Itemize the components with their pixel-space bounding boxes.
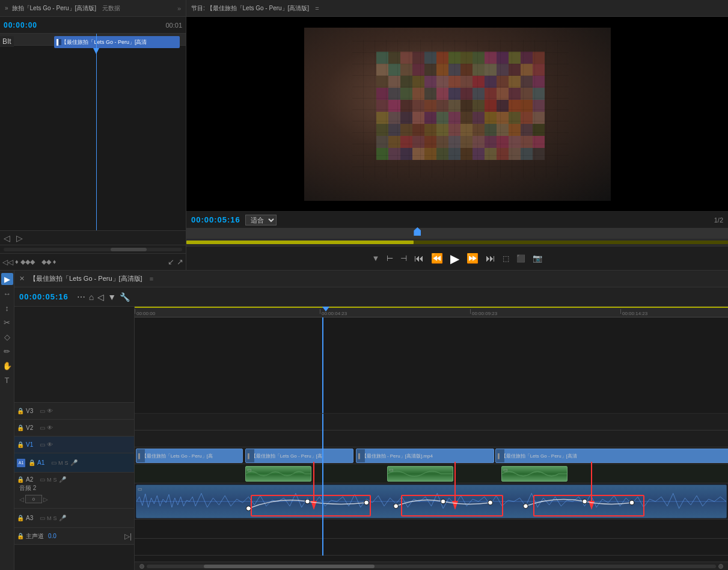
video-clip-1[interactable]: ▌【最佳旅拍「Lets Go - Peru」[高 bbox=[136, 449, 243, 463]
track-a3-mute[interactable]: M bbox=[47, 515, 52, 521]
track-a3-solo[interactable]: S bbox=[54, 515, 57, 521]
track-content-v1[interactable]: ▌【最佳旅拍「Lets Go - Peru」[高 ▌【最佳旅拍「Lets Go … bbox=[135, 447, 728, 464]
audio-clip-a1-2[interactable]: ▭ bbox=[387, 466, 453, 482]
track-v3-lock[interactable]: 🔒 bbox=[17, 408, 24, 414]
track-v3-film[interactable]: ▭ bbox=[40, 408, 45, 414]
source-panel-expand-right[interactable]: » bbox=[177, 5, 181, 12]
program-timeline-bar[interactable] bbox=[186, 239, 728, 246]
transport-lift[interactable]: ⬚ bbox=[503, 254, 509, 263]
src-diamonds3[interactable]: ◆◆ bbox=[41, 258, 51, 266]
vol-a2-increase[interactable]: ▷ bbox=[43, 496, 48, 503]
vol-a2-decrease[interactable]: ◁ bbox=[19, 496, 24, 503]
track-a1-lock[interactable]: 🔒 bbox=[28, 459, 35, 466]
video-clip-2[interactable]: ▌【最佳旅拍「Lets Go - Peru」[高 bbox=[245, 449, 353, 463]
src-in-out[interactable]: ↙ bbox=[168, 257, 174, 266]
transport-step-fwd[interactable]: ⏩ bbox=[466, 253, 479, 264]
time-ruler[interactable]: 00:00:00 00:00:04:23 00:00:09:23 00:00:1… bbox=[135, 307, 728, 317]
tool-pen[interactable]: ✏ bbox=[1, 345, 13, 357]
scrollbar-thumb[interactable] bbox=[204, 565, 375, 568]
source-clip-area[interactable]: ▌ 【最佳旅拍「Lets Go - Peru」[高清 bbox=[0, 34, 186, 230]
ruler-mark-1: 00:00:04:23 bbox=[322, 311, 347, 316]
track-v1-film[interactable]: ▭ bbox=[40, 441, 45, 448]
audio-clip-a1-1[interactable]: ▭ bbox=[245, 466, 311, 482]
transport-play-btn[interactable]: ▶ bbox=[450, 251, 459, 266]
program-scrubber[interactable] bbox=[186, 228, 728, 239]
track-a2-film[interactable]: ▭ bbox=[40, 476, 45, 483]
transport-step-back[interactable]: ⏪ bbox=[431, 253, 443, 264]
track-v1-eye[interactable]: 👁 bbox=[47, 441, 53, 448]
tl-add-marker[interactable]: ◁ bbox=[97, 292, 104, 302]
source-next-btn[interactable]: ▷ bbox=[15, 233, 24, 243]
transport-extract[interactable]: ⬛ bbox=[516, 254, 525, 263]
track-a1-film[interactable]: ▭ bbox=[51, 459, 57, 466]
track-a1-solo[interactable]: S bbox=[65, 460, 69, 466]
src-diamonds2[interactable]: ◆◆◆ bbox=[20, 258, 35, 266]
timeline-scrollbar[interactable] bbox=[135, 562, 728, 570]
src-diamonds4[interactable]: ♦ bbox=[53, 258, 57, 266]
track-v3-eye[interactable]: 👁 bbox=[47, 408, 53, 414]
track-a2-label: A2 bbox=[26, 476, 38, 483]
track-v2-lock[interactable]: 🔒 bbox=[17, 424, 24, 431]
program-menu-btn[interactable]: = bbox=[315, 5, 319, 12]
src-diamond[interactable]: ♦ bbox=[15, 258, 19, 266]
source-time-display: 00:00:00 bbox=[4, 21, 37, 29]
source-clip-bar[interactable]: ▌ 【最佳旅拍「Lets Go - Peru」[高清 bbox=[54, 36, 180, 48]
tool-hand[interactable]: ✋ bbox=[1, 360, 13, 372]
tl-snap-btn[interactable]: ⋯ bbox=[77, 292, 85, 302]
transport-go-start[interactable]: ⏮ bbox=[414, 253, 424, 264]
tl-wrench[interactable]: 🔧 bbox=[120, 292, 130, 302]
track-a3-lock[interactable]: 🔒 bbox=[17, 515, 24, 521]
timeline-area: ▶ ↔ ↕ ✂ ◇ ✏ ✋ T ✕ 【最佳旅拍「Lets Go - Peru」[… bbox=[0, 271, 728, 570]
track-content-a2[interactable]: ▭ bbox=[135, 483, 728, 519]
track-a2-mute[interactable]: M bbox=[47, 477, 52, 483]
timeline-close-btn[interactable]: ✕ bbox=[19, 275, 25, 283]
transport-out-btn[interactable]: ⊣ bbox=[400, 254, 407, 263]
track-master-value[interactable]: 0.0 bbox=[48, 533, 57, 539]
video-clip-4[interactable]: ▌【最佳旅拍「Lets Go - Peru」[高清 bbox=[495, 449, 728, 463]
audio-clip-a2-main[interactable]: ▭ bbox=[136, 485, 727, 518]
src-prev-mark[interactable]: ◁◁ bbox=[2, 258, 13, 266]
meta-tab[interactable]: 元数据 bbox=[102, 4, 120, 13]
source-scrollbar[interactable] bbox=[0, 245, 186, 253]
timeline-menu-btn[interactable]: = bbox=[150, 275, 153, 283]
tool-ripple[interactable]: ↔ bbox=[1, 287, 13, 299]
track-a2-solo[interactable]: S bbox=[54, 477, 57, 483]
source-prev-btn[interactable]: ◁ bbox=[2, 233, 11, 243]
track-a1-mic[interactable]: 🎤 bbox=[70, 459, 78, 466]
track-master-lock[interactable]: 🔒 bbox=[17, 533, 24, 539]
track-a1-active-btn[interactable]: A1 bbox=[17, 459, 25, 467]
transport-in-btn[interactable]: ⊢ bbox=[387, 254, 393, 263]
track-v2-eye[interactable]: 👁 bbox=[47, 424, 53, 431]
track-a1-mute[interactable]: M bbox=[58, 460, 63, 466]
scroll-right-btn[interactable] bbox=[718, 564, 723, 569]
track-v2-film[interactable]: ▭ bbox=[40, 424, 45, 431]
pixel-overlay bbox=[352, 40, 569, 178]
track-master-expand[interactable]: ▷| bbox=[124, 532, 132, 541]
tool-track-select[interactable]: ↕ bbox=[1, 302, 13, 314]
track-a3-film[interactable]: ▭ bbox=[40, 515, 45, 521]
source-scrollbar-track[interactable] bbox=[4, 248, 182, 251]
track-a2-lock[interactable]: 🔒 bbox=[17, 476, 24, 483]
source-panel-expand[interactable]: » bbox=[5, 5, 8, 11]
tl-marker-type[interactable]: ▼ bbox=[108, 292, 116, 302]
scrollbar-track[interactable] bbox=[147, 565, 716, 568]
track-content-a1[interactable]: ▭ ▭ bbox=[135, 464, 728, 483]
src-export[interactable]: ↗ bbox=[177, 257, 183, 266]
scroll-left-btn[interactable] bbox=[139, 564, 144, 569]
tool-type[interactable]: T bbox=[1, 374, 13, 386]
audio-clip-a1-3[interactable]: ▭ bbox=[501, 466, 567, 482]
transport-camera[interactable]: 📷 bbox=[533, 254, 542, 263]
tl-link-btn[interactable]: ⌂ bbox=[89, 292, 94, 302]
tool-slip[interactable]: ◇ bbox=[1, 331, 13, 343]
tool-select[interactable]: ▶ bbox=[1, 273, 13, 285]
transport-go-end[interactable]: ⏭ bbox=[486, 253, 495, 264]
transport-marker1[interactable]: ▼ bbox=[372, 254, 380, 263]
source-scrollbar-thumb[interactable] bbox=[111, 248, 146, 251]
track-v1-lock[interactable]: 🔒 bbox=[17, 441, 24, 448]
track-a2-mic[interactable]: 🎤 bbox=[59, 476, 66, 483]
tool-razor[interactable]: ✂ bbox=[1, 316, 13, 328]
video-clip-3[interactable]: ▌【最佳旅拍 - Peru」[高清版].mp4 bbox=[356, 449, 494, 463]
vol-a2-display[interactable]: ○ bbox=[25, 495, 42, 503]
track-a3-mic[interactable]: 🎤 bbox=[59, 515, 66, 521]
fit-dropdown[interactable]: 适合 bbox=[245, 215, 277, 225]
